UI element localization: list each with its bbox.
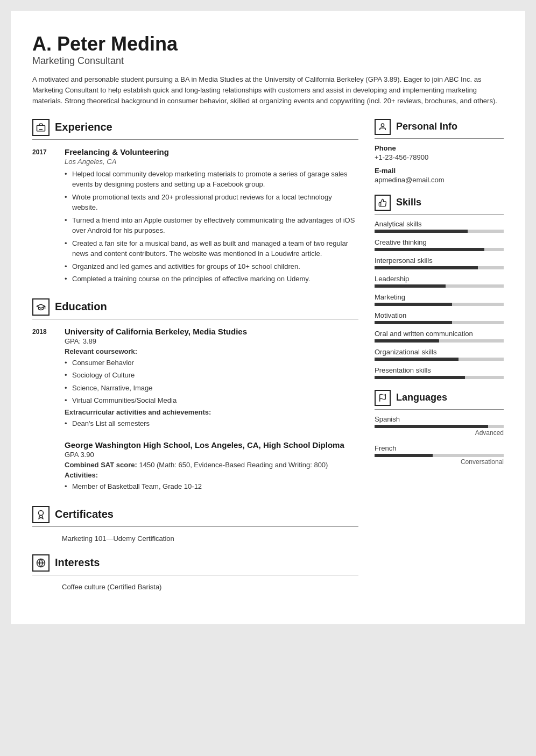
interests-title: Interests bbox=[55, 557, 100, 569]
certificates-section: Certificates Marketing 101—Udemy Certifi… bbox=[32, 506, 358, 543]
edu-school-1: University of California Berkeley, Media… bbox=[65, 327, 358, 336]
edu-content-1: University of California Berkeley, Media… bbox=[65, 327, 358, 431]
main-layout: Experience 2017 Freelancing & Volunteeri… bbox=[32, 119, 504, 603]
right-column: Personal Info Phone +1-23-456-78900 E-ma… bbox=[375, 119, 504, 603]
skill-bar-fill-7 bbox=[375, 358, 459, 361]
candidate-name: A. Peter Medina bbox=[32, 32, 504, 55]
skill-item-5: Motivation bbox=[375, 311, 504, 324]
skill-bar-bg-3 bbox=[375, 284, 504, 288]
exp-bullet-3: Turned a friend into an Apple customer b… bbox=[65, 215, 358, 236]
cert-entry-1: Marketing 101—Udemy Certification bbox=[62, 534, 358, 543]
lang-level-1: Conversational bbox=[375, 458, 504, 466]
skill-name-8: Presentation skills bbox=[375, 366, 504, 374]
certificates-title: Certificates bbox=[55, 508, 114, 520]
phone-value: +1-23-456-78900 bbox=[375, 153, 504, 161]
skills-title: Skills bbox=[396, 197, 421, 208]
skill-name-5: Motivation bbox=[375, 311, 504, 319]
lang-bar-fill-0 bbox=[375, 425, 488, 428]
interests-entry-1: Coffee culture (Certified Barista) bbox=[62, 583, 358, 591]
skills-section: Skills Analytical skills Creative thinki… bbox=[375, 195, 504, 379]
skill-item-2: Interpersonal skills bbox=[375, 256, 504, 269]
course-2: Sociology of Culture bbox=[65, 370, 358, 381]
lang-bar-fill-1 bbox=[375, 454, 433, 457]
edu-sat: Combined SAT score: 1450 (Math: 650, Evi… bbox=[65, 461, 358, 469]
skill-bar-bg-2 bbox=[375, 266, 504, 269]
skill-item-7: Organizational skills bbox=[375, 348, 504, 361]
skill-item-8: Presentation skills bbox=[375, 366, 504, 379]
languages-icon bbox=[375, 390, 391, 406]
experience-title: Experience bbox=[55, 121, 112, 133]
experience-section: Experience 2017 Freelancing & Volunteeri… bbox=[32, 119, 358, 287]
candidate-title: Marketing Consultant bbox=[32, 55, 504, 67]
languages-header: Languages bbox=[375, 390, 504, 406]
edu-extra-bullets: Dean's List all semesters bbox=[65, 418, 358, 429]
education-header: Education bbox=[32, 298, 358, 316]
skill-name-4: Marketing bbox=[375, 293, 504, 301]
skill-item-6: Oral and written communication bbox=[375, 330, 504, 343]
languages-title: Languages bbox=[396, 392, 447, 403]
personal-info-header: Personal Info bbox=[375, 119, 504, 135]
skill-bar-fill-0 bbox=[375, 230, 468, 233]
interests-header: Interests bbox=[32, 554, 358, 572]
exp-bullet-2: Wrote promotional texts and 20+ professi… bbox=[65, 192, 358, 213]
experience-location: Los Angeles, CA bbox=[65, 158, 358, 166]
edu-year-2 bbox=[32, 440, 54, 494]
skill-bar-bg-0 bbox=[375, 230, 504, 233]
skill-bar-fill-1 bbox=[375, 248, 484, 251]
edu-gpa-1: GPA: 3.89 bbox=[65, 337, 358, 345]
extra-1: Dean's List all semesters bbox=[65, 418, 358, 429]
interests-section: Interests Coffee culture (Certified Bari… bbox=[32, 554, 358, 591]
education-icon bbox=[32, 298, 50, 316]
svg-point-6 bbox=[381, 124, 384, 126]
skill-name-2: Interpersonal skills bbox=[375, 256, 504, 265]
edu-school-2: George Washington High School, Los Angel… bbox=[65, 440, 358, 450]
left-column: Experience 2017 Freelancing & Volunteeri… bbox=[32, 119, 358, 603]
interests-icon bbox=[32, 554, 50, 572]
svg-rect-0 bbox=[37, 125, 45, 131]
edu-activities-label: Activities: bbox=[65, 471, 358, 479]
edu-year-1: 2018 bbox=[32, 327, 54, 431]
exp-bullet-5: Organized and led games and activities f… bbox=[65, 261, 358, 272]
skill-bar-fill-5 bbox=[375, 321, 452, 324]
course-3: Science, Narrative, Image bbox=[65, 383, 358, 394]
experience-year: 2017 bbox=[32, 147, 54, 287]
exp-bullet-1: Helped local community develop marketing… bbox=[65, 169, 358, 190]
lang-bar-bg-1 bbox=[375, 454, 504, 457]
skill-bar-bg-7 bbox=[375, 358, 504, 361]
skill-bar-bg-6 bbox=[375, 339, 504, 343]
lang-item-0: Spanish Advanced bbox=[375, 415, 504, 437]
activity-1: Member of Basketball Team, Grade 10-12 bbox=[65, 481, 358, 492]
edu-activities-bullets: Member of Basketball Team, Grade 10-12 bbox=[65, 481, 358, 492]
experience-icon bbox=[32, 119, 50, 136]
skills-list: Analytical skills Creative thinking Inte… bbox=[375, 220, 504, 379]
skill-bar-fill-4 bbox=[375, 303, 452, 306]
skill-item-3: Leadership bbox=[375, 275, 504, 288]
course-4: Virtual Communities/Social Media bbox=[65, 395, 358, 406]
certificates-header: Certificates bbox=[32, 506, 358, 523]
skill-bar-bg-4 bbox=[375, 303, 504, 306]
skill-item-1: Creative thinking bbox=[375, 238, 504, 251]
skill-name-7: Organizational skills bbox=[375, 348, 504, 356]
skill-bar-bg-1 bbox=[375, 248, 504, 251]
languages-list: Spanish Advanced French Conversational bbox=[375, 415, 504, 466]
education-section: Education 2018 University of California … bbox=[32, 298, 358, 494]
experience-content: Freelancing & Volunteering Los Angeles, … bbox=[65, 147, 358, 287]
certificates-icon bbox=[32, 506, 50, 523]
skill-item-0: Analytical skills bbox=[375, 220, 504, 233]
education-entry-1: 2018 University of California Berkeley, … bbox=[32, 327, 358, 431]
experience-job-title: Freelancing & Volunteering bbox=[65, 147, 358, 156]
skill-bar-fill-8 bbox=[375, 376, 465, 379]
skill-item-4: Marketing bbox=[375, 293, 504, 306]
skill-bar-fill-3 bbox=[375, 284, 446, 288]
skills-header: Skills bbox=[375, 195, 504, 211]
personal-info-icon bbox=[375, 119, 391, 135]
skills-icon bbox=[375, 195, 391, 211]
phone-label: Phone bbox=[375, 144, 504, 152]
lang-item-1: French Conversational bbox=[375, 444, 504, 466]
edu-extra-label: Extracurricular activities and achieveme… bbox=[65, 408, 358, 416]
edu-gpa-2: GPA 3.90 bbox=[65, 451, 358, 459]
skill-name-1: Creative thinking bbox=[375, 238, 504, 246]
languages-section: Languages Spanish Advanced French Conver… bbox=[375, 390, 504, 466]
skill-name-0: Analytical skills bbox=[375, 220, 504, 228]
exp-bullet-4: Created a fan site for a musical band, a… bbox=[65, 238, 358, 259]
